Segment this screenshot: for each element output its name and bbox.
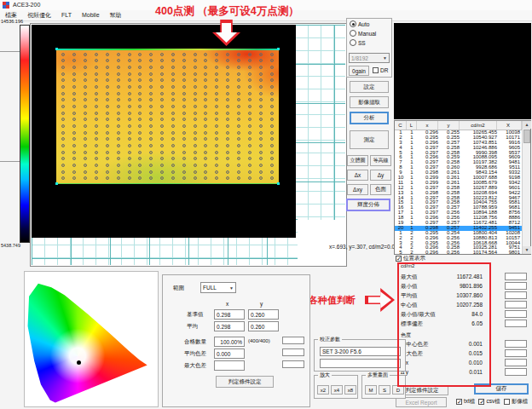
measurement-point xyxy=(128,170,131,174)
multi-screen-button-m[interactable]: M xyxy=(365,385,377,395)
analyze-button[interactable]: 分析 xyxy=(350,112,389,124)
zoom-buttons: x2x4x8 xyxy=(317,385,356,395)
scroll-thumb[interactable] xyxy=(523,130,530,143)
measurement-point xyxy=(138,176,142,180)
stereo-button[interactable]: 立體圖 xyxy=(347,155,368,166)
dr-label: DR xyxy=(380,67,388,73)
measurement-point xyxy=(138,59,142,62)
measurement-point xyxy=(84,137,87,141)
measurement-point xyxy=(270,164,274,167)
luminance-dist-button[interactable]: 輝度分佈 xyxy=(346,199,390,211)
shutter-select[interactable]: 1/8192 ▼ xyxy=(349,53,390,63)
measurement-point xyxy=(106,164,109,167)
file-format-checkbox[interactable]: csv檔 xyxy=(478,398,500,406)
measurement-point xyxy=(61,78,65,82)
position-display-checkbox[interactable]: 位置表示 xyxy=(396,255,425,262)
stat-row: 平均值10307.860 xyxy=(396,291,532,301)
menu-item[interactable]: Mobile xyxy=(77,10,105,20)
reference-y-field[interactable]: 0.260 xyxy=(248,309,279,320)
measurement-point xyxy=(106,131,109,135)
stat-row: 與中心色差0.001 xyxy=(396,340,532,349)
judge-condition-button-middle[interactable]: 判定條件設定 xyxy=(216,376,274,388)
measurement-point xyxy=(194,66,197,69)
menu-item[interactable]: FLT xyxy=(56,10,77,20)
file-format-checkbox[interactable]: 影像檔 xyxy=(504,398,529,406)
roi-corner-handle[interactable] xyxy=(55,48,58,50)
annotation-right-arrow xyxy=(365,288,395,312)
delta-x-button[interactable]: Δx xyxy=(347,170,368,181)
roi-corner-handle[interactable] xyxy=(277,48,280,50)
measurement-point xyxy=(95,53,98,56)
measurement-point xyxy=(72,53,76,56)
roi-corner-handle[interactable] xyxy=(55,182,58,185)
measurement-point xyxy=(270,176,274,180)
measurement-point xyxy=(128,176,131,180)
measurement-point xyxy=(61,176,65,180)
measurement-point xyxy=(72,78,76,82)
result-table[interactable]: CLxycd/m2X 110.2960.25510265.45510038210… xyxy=(394,120,531,255)
measurement-point xyxy=(61,124,65,128)
cursor-readout: x=.693, y=.307, cd/m2=0.000 xyxy=(329,244,401,250)
position-display-label: 位置表示 xyxy=(403,255,425,262)
stat-label: 最大值 xyxy=(401,274,418,281)
table-scrollbar[interactable]: ▲ ▼ xyxy=(522,121,530,254)
measure-button[interactable]: 測定 xyxy=(350,130,389,149)
measurement-point xyxy=(95,144,98,147)
scroll-up-icon[interactable]: ▲ xyxy=(523,121,531,129)
range-select[interactable]: FULL ▼ xyxy=(200,282,236,293)
measurement-point xyxy=(84,105,87,108)
setting-button[interactable]: 設定 xyxy=(350,81,389,93)
average-y-field[interactable]: 0.260 xyxy=(248,321,279,331)
luminance-heatmap[interactable] xyxy=(56,49,279,184)
judgement-result-box xyxy=(505,320,527,327)
measurement-point xyxy=(182,112,186,115)
measurement-point xyxy=(270,131,274,135)
reference-x-field[interactable]: 0.298 xyxy=(214,309,245,320)
multi-screen-button-s[interactable]: S xyxy=(379,385,390,395)
measurement-point xyxy=(171,170,175,174)
dr-checkbox[interactable]: DR xyxy=(373,67,388,73)
zoom-button-x2[interactable]: x2 xyxy=(317,385,329,395)
measurement-point xyxy=(270,144,274,147)
calibration-empty-field[interactable] xyxy=(320,359,401,368)
measurement-point xyxy=(128,118,131,121)
measurement-point xyxy=(61,53,65,56)
measurement-point xyxy=(160,137,164,141)
measurement-point xyxy=(215,157,218,160)
menu-item[interactable]: 視頻優化 xyxy=(22,10,56,20)
zoom-button-x8[interactable]: x8 xyxy=(344,385,356,395)
measurement-point xyxy=(248,157,252,160)
gain-button[interactable]: 0gain xyxy=(349,66,369,76)
measurement-point xyxy=(204,164,207,167)
measurement-point xyxy=(61,59,65,62)
menu-item[interactable]: 幫助 xyxy=(105,10,127,20)
multi-screen-button-d[interactable]: D xyxy=(392,385,404,395)
image-capture-button[interactable]: 影像擷取 xyxy=(350,96,389,108)
measurement-point xyxy=(84,85,87,89)
color-face-button[interactable]: 色面 xyxy=(370,184,391,195)
measurement-point xyxy=(138,66,142,69)
capture-mode-radio[interactable]: SS xyxy=(350,38,391,47)
measurement-canvas[interactable]: x=.693, y=.307, cd/m2=0.000 xyxy=(30,23,347,267)
zoom-button-x4[interactable]: x4 xyxy=(331,385,343,395)
average-x-field[interactable]: 0.298 xyxy=(214,321,245,331)
capture-mode-radio[interactable]: Manual xyxy=(350,29,391,37)
scroll-down-icon[interactable]: ▼ xyxy=(523,246,531,254)
measurement-point xyxy=(84,176,87,180)
capture-mode-radio[interactable]: Auto xyxy=(350,20,391,28)
measurement-point xyxy=(128,144,131,147)
measurement-point xyxy=(237,66,240,69)
pass-count-note: (400/400) xyxy=(248,338,270,343)
calibration-value-field[interactable]: SET 3-200 F5.6 xyxy=(320,347,401,356)
delta-y-button[interactable]: Δy xyxy=(370,170,391,181)
delta-xy-button[interactable]: Δxy xyxy=(347,184,368,195)
measurement-point xyxy=(270,157,274,160)
contour-button[interactable]: 等高線 xyxy=(370,155,391,166)
roi-corner-handle[interactable] xyxy=(277,182,280,185)
measurement-point xyxy=(237,176,240,180)
measurement-point xyxy=(138,105,142,108)
save-button[interactable]: 儲存 xyxy=(474,383,529,395)
file-format-checkbox[interactable]: txt檔 xyxy=(456,398,475,406)
measurement-point xyxy=(171,144,175,147)
measurement-point xyxy=(128,53,131,56)
